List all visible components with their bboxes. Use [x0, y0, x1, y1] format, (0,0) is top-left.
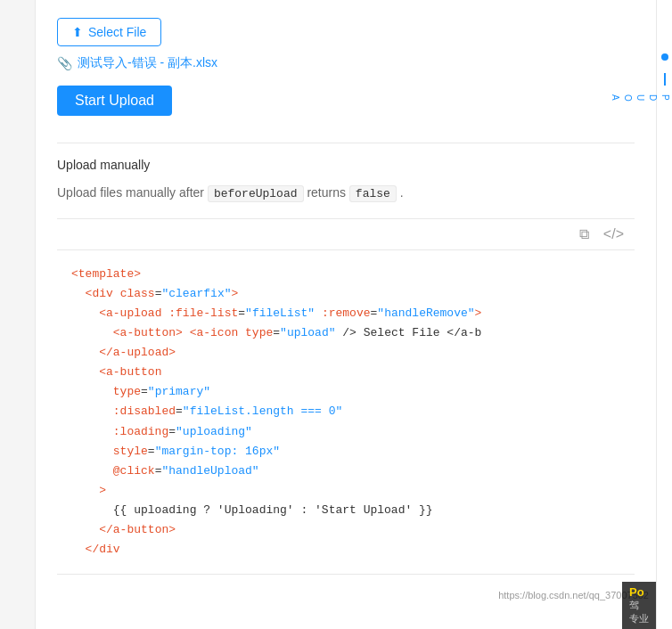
code-line-15: </div	[71, 540, 627, 560]
nav-line	[664, 73, 666, 86]
code-line-1: <template>	[71, 265, 627, 284]
code-line-4: <a-button> <a-icon type="upload" /> Sele…	[71, 323, 627, 343]
paperclip-icon: 📎	[57, 56, 72, 70]
code-line-12: >	[71, 481, 627, 501]
code-line-11: @click="handleUpload"	[71, 462, 627, 481]
code-view-button[interactable]: </>	[600, 225, 627, 244]
code-toolbar: ⧉ </>	[57, 218, 635, 250]
code-line-7: type="primary"	[71, 382, 627, 402]
code-line-2: <div class="clearfix">	[71, 284, 627, 304]
select-file-button[interactable]: ⬆ Select File	[57, 18, 161, 46]
watermark-overlay: Po 驾专业	[622, 582, 656, 629]
code-line-10: style="margin-top: 16px"	[71, 442, 627, 462]
code-line-3: <a-upload :file-list="fileList" :remove=…	[71, 304, 627, 323]
upload-manually-desc: Upload files manually after beforeUpload…	[57, 183, 635, 204]
select-file-label: Select File	[88, 25, 146, 39]
false-code: false	[349, 185, 397, 202]
code-line-5: </a-upload>	[71, 343, 627, 363]
start-upload-button[interactable]: Start Upload	[57, 86, 172, 116]
filename: 测试导入-错误 - 副本.xlsx	[78, 55, 217, 71]
watermark-subtitle: 驾专业	[629, 599, 649, 625]
right-nav-labels: CLTAPDUOA	[609, 94, 673, 102]
code-line-13: {{ uploading ? 'Uploading' : 'Start Uplo…	[71, 501, 627, 520]
upload-icon: ⬆	[72, 25, 83, 39]
code-line-6: <a-button	[71, 363, 627, 382]
code-line-9: :loading="uploading"	[71, 422, 627, 442]
upload-manually-title: Upload manually	[57, 158, 635, 172]
code-line-14: </a-button>	[71, 520, 627, 540]
file-attachment: 📎 测试导入-错误 - 副本.xlsx	[57, 55, 635, 71]
code-line-8: :disabled="fileList.length === 0"	[71, 402, 627, 421]
before-upload-code: beforeUpload	[208, 185, 304, 202]
main-content: ⬆ Select File 📎 测试导入-错误 - 副本.xlsx Start …	[36, 0, 656, 629]
upload-manually-section: Upload manually	[57, 143, 635, 172]
left-sidebar	[0, 0, 36, 629]
watermark-title: Po	[629, 585, 649, 599]
code-block: <template> <div class="clearfix"> <a-upl…	[57, 250, 635, 575]
code-icon: </>	[603, 226, 624, 241]
copy-icon: ⧉	[579, 226, 589, 241]
copy-button[interactable]: ⧉	[576, 225, 593, 244]
nav-dot-active	[661, 53, 668, 61]
right-sidebar: CLTAPDUOA	[656, 0, 672, 629]
